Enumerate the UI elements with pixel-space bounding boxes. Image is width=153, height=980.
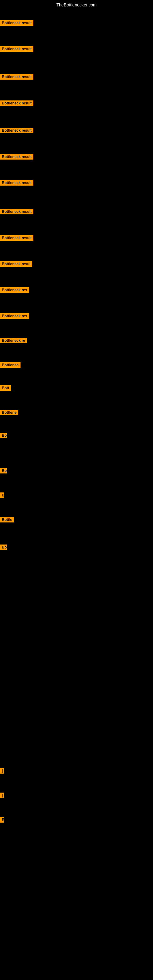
bottleneck-result-13[interactable]: Bottleneck re [0,338,27,345]
bottleneck-result-17[interactable]: Bo [0,433,7,439]
bottleneck-result-14[interactable]: Bottlenec [0,362,21,369]
bottleneck-result-15[interactable]: Bott [0,385,11,392]
bottleneck-result-20[interactable]: Bottle [0,517,14,524]
bottleneck-label-2: Bottleneck result [0,46,33,52]
bottleneck-label-16: Bottlene [0,410,18,415]
bottleneck-label-21: Bo [0,544,7,550]
bottleneck-result-19[interactable]: B [0,492,4,499]
bottleneck-label-11: Bottleneck res [0,287,29,293]
bottleneck-label-23: | [0,792,4,798]
bottleneck-result-9[interactable]: Bottleneck result [0,235,33,242]
bottleneck-result-24[interactable]: E [0,817,4,824]
bottleneck-label-5: Bottleneck result [0,128,33,133]
bottleneck-label-3: Bottleneck result [0,74,33,80]
bottleneck-label-10: Bottleneck resul [0,261,32,267]
bottleneck-label-12: Bottleneck res [0,313,29,319]
bottleneck-label-6: Bottleneck result [0,154,33,159]
bottleneck-label-1: Bottleneck result [0,20,33,26]
bottleneck-label-8: Bottleneck result [0,209,33,215]
bottleneck-label-22: | [0,768,4,773]
bottleneck-result-1[interactable]: Bottleneck result [0,20,33,27]
bottleneck-result-21[interactable]: Bo [0,544,7,551]
bottleneck-label-7: Bottleneck result [0,180,33,186]
bottleneck-result-4[interactable]: Bottleneck result [0,100,33,107]
bottleneck-label-19: B [0,492,4,498]
bottleneck-label-9: Bottleneck result [0,235,33,241]
bottleneck-result-3[interactable]: Bottleneck result [0,74,33,81]
bottleneck-result-16[interactable]: Bottlene [0,410,18,417]
bottleneck-label-17: Bo [0,433,7,438]
bottleneck-result-10[interactable]: Bottleneck resul [0,261,32,268]
bottleneck-result-6[interactable]: Bottleneck result [0,154,33,161]
bottleneck-result-11[interactable]: Bottleneck res [0,287,29,294]
bottleneck-label-15: Bott [0,385,11,391]
bottleneck-result-8[interactable]: Bottleneck result [0,209,33,216]
bottleneck-label-13: Bottleneck re [0,338,27,343]
bottleneck-label-14: Bottlenec [0,362,21,368]
bottleneck-result-23[interactable]: | [0,792,4,799]
bottleneck-label-20: Bottle [0,517,14,522]
bottleneck-result-18[interactable]: Bo [0,468,7,475]
bottleneck-label-18: Bo [0,468,7,474]
bottleneck-result-7[interactable]: Bottleneck result [0,180,33,187]
bottleneck-label-4: Bottleneck result [0,100,33,106]
bottleneck-result-22[interactable]: | [0,768,4,775]
site-title: TheBottlenecker.com [0,0,153,9]
bottleneck-result-12[interactable]: Bottleneck res [0,313,29,320]
bottleneck-label-24: E [0,817,4,822]
bottleneck-result-2[interactable]: Bottleneck result [0,46,33,53]
bottleneck-result-5[interactable]: Bottleneck result [0,128,33,134]
